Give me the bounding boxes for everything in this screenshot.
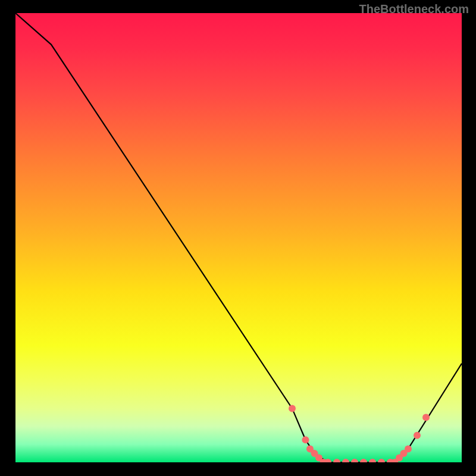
watermark-text: TheBottleneck.com	[359, 2, 469, 16]
data-point-marker	[360, 459, 367, 462]
data-point-marker	[333, 459, 340, 462]
data-point-marker	[324, 459, 331, 462]
data-point-marker	[422, 414, 430, 421]
chart-svg	[15, 13, 462, 462]
data-point-marker	[369, 459, 376, 462]
data-point-marker	[302, 436, 309, 443]
data-point-marker	[342, 459, 349, 462]
chart-marker-layer	[289, 405, 430, 462]
data-point-marker	[378, 459, 385, 462]
data-point-marker	[414, 432, 421, 439]
data-point-marker	[405, 445, 412, 452]
chart-line-layer	[15, 13, 462, 462]
chart-plot-area	[15, 13, 462, 462]
data-point-marker	[289, 405, 296, 412]
bottleneck-curve-line	[15, 13, 462, 462]
data-point-marker	[351, 459, 358, 462]
